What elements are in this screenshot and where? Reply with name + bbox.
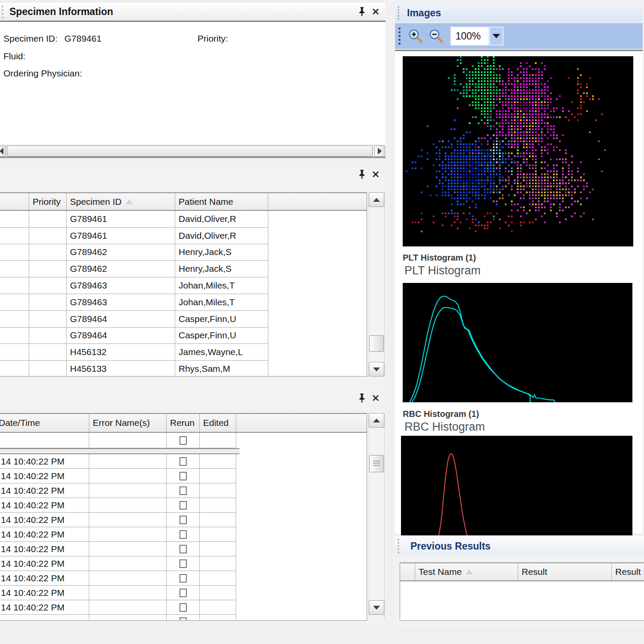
column-header-filler — [236, 414, 367, 432]
table-row[interactable]: 14 10:40:22 PM — [0, 454, 367, 469]
zoom-dropdown-button[interactable] — [489, 27, 504, 46]
scroll-down-button[interactable] — [369, 362, 384, 377]
column-header-priority[interactable]: Priority — [29, 193, 67, 210]
table-row[interactable] — [0, 433, 367, 448]
column-header-selector[interactable] — [400, 563, 415, 580]
table-row[interactable]: G789463Johan,Miles,T — [0, 294, 367, 311]
patient-name-cell: Johan,Miles,T — [175, 294, 268, 311]
rerun-checkbox[interactable] — [179, 472, 187, 480]
rerun-checkbox[interactable] — [179, 617, 187, 620]
specimen-id-cell: G789461 — [67, 228, 175, 244]
table-row[interactable]: G789464Casper,Finn,U — [0, 311, 367, 328]
worklist-grid-header: Priority Specimen ID Patient Name — [0, 193, 367, 211]
table-row[interactable]: H456132James,Wayne,L — [0, 344, 367, 361]
close-icon[interactable] — [370, 392, 381, 404]
rerun-checkbox[interactable] — [179, 574, 187, 583]
zoom-out-icon[interactable] — [429, 29, 444, 43]
table-row[interactable]: G789462Henry,Jack,S — [0, 244, 367, 261]
table-row[interactable]: 14 10:40:22 PM — [0, 600, 367, 615]
rerun-checkbox[interactable] — [179, 589, 187, 597]
datetime-header-label: Date/Time — [0, 418, 40, 428]
zoom-level-input[interactable]: 100% — [450, 27, 489, 46]
specimen-info-hscrollbar[interactable] — [0, 145, 386, 157]
column-header-result-date[interactable]: Result D — [612, 563, 644, 580]
specimen-id-cell: H456133 — [67, 361, 175, 377]
worklist-grid: Priority Specimen ID Patient Name G78946… — [0, 192, 367, 377]
table-row[interactable]: G789461David,Oliver,R — [0, 211, 367, 228]
scroll-down-button[interactable] — [369, 600, 384, 615]
rerun-checkbox[interactable] — [179, 457, 187, 466]
rerun-checkbox[interactable] — [179, 545, 187, 553]
previous-results-titlebar: Previous Results — [395, 536, 644, 556]
table-row[interactable]: 14 10:40:22 PM — [0, 498, 367, 513]
up-arrow-icon — [373, 419, 380, 422]
table-row[interactable]: G789461David,Oliver,R — [0, 228, 367, 244]
run-history-grid-header: Date/Time Error Name(s) Rerun Edited — [0, 414, 367, 433]
rerun-checkbox[interactable] — [179, 559, 187, 568]
patient-name-cell: David,Oliver,R — [175, 228, 268, 244]
rerun-header-label: Rerun — [170, 418, 194, 428]
worklist-vscrollbar[interactable] — [368, 192, 385, 377]
wbc-scatter — [403, 56, 633, 246]
column-header-datetime[interactable]: Date/Time — [0, 414, 89, 432]
close-icon[interactable] — [370, 169, 381, 180]
images-titlebar: Images — [395, 3, 643, 22]
table-row[interactable]: 14 10:40:22 PM — [0, 483, 367, 498]
result-date-header-label: Result D — [615, 567, 644, 577]
rerun-checkbox[interactable] — [179, 530, 187, 539]
specimen-id-cell: G789461 — [67, 211, 175, 228]
thumb-grip-icon — [373, 461, 380, 467]
rerun-checkbox[interactable] — [179, 516, 187, 524]
rerun-checkbox[interactable] — [179, 436, 187, 445]
hscroll-thumb[interactable] — [7, 146, 373, 157]
pin-icon[interactable] — [356, 169, 368, 180]
column-header-test-name[interactable]: Test Name — [415, 563, 518, 580]
specimen-id-label: Specimen ID: — [3, 33, 58, 44]
vscroll-thumb[interactable] — [369, 455, 384, 472]
rerun-checkbox[interactable] — [179, 603, 187, 612]
pin-icon[interactable] — [356, 6, 368, 17]
datetime-cell: 14 10:40:22 PM — [0, 498, 89, 513]
table-row[interactable]: G789464Casper,Finn,U — [0, 328, 367, 344]
table-row[interactable]: 14 10:40:22 PM — [0, 527, 367, 542]
specimen-info-panel: Specimen Information Specimen ID: G78946… — [0, 2, 386, 158]
close-icon[interactable] — [370, 6, 381, 17]
sort-ascending-icon — [126, 199, 133, 204]
scroll-right-button[interactable] — [374, 146, 385, 157]
column-header-empty[interactable] — [0, 193, 29, 210]
run-history-vscrollbar[interactable] — [368, 413, 385, 621]
datetime-cell: 14 10:40:22 PM — [0, 542, 89, 556]
table-row[interactable]: 14 10:40:22 PM — [0, 571, 367, 586]
scroll-up-button[interactable] — [369, 413, 384, 428]
table-row[interactable]: 14 10:40:22 PM — [0, 469, 367, 483]
rerun-checkbox[interactable] — [179, 486, 187, 495]
table-row[interactable]: H456133Rhys,Sam,M — [0, 361, 367, 377]
zoom-in-icon[interactable] — [408, 29, 423, 43]
scroll-up-button[interactable] — [369, 192, 384, 207]
column-header-specimen-id[interactable]: Specimen ID — [67, 193, 175, 210]
table-row[interactable]: 14 10:40:22 PM — [0, 586, 367, 600]
table-row[interactable]: G789463Johan,Miles,T — [0, 277, 367, 294]
column-header-result[interactable]: Result — [518, 563, 612, 580]
column-header-rerun[interactable]: Rerun — [167, 414, 200, 432]
column-header-errors[interactable]: Error Name(s) — [89, 414, 167, 432]
right-arrow-icon — [378, 148, 382, 155]
table-row[interactable]: 14 10:40:22 PM — [0, 542, 367, 556]
table-row[interactable]: 14 10:40:22 PM — [0, 513, 367, 527]
panel-grip-icon — [398, 539, 399, 553]
fluid-label: Fluid: — [3, 51, 25, 61]
previous-results-title: Previous Results — [410, 541, 491, 552]
pin-icon[interactable] — [356, 392, 368, 404]
table-row-partial[interactable] — [0, 615, 367, 620]
panel-grip-icon — [398, 6, 399, 20]
result-header-label: Result — [522, 567, 547, 577]
table-row[interactable]: G789462Henry,Jack,S — [0, 261, 367, 277]
specimen-id-cell: G789463 — [67, 294, 175, 311]
rerun-checkbox[interactable] — [179, 501, 187, 510]
scroll-left-button[interactable] — [0, 146, 6, 157]
table-row[interactable]: 14 10:40:22 PM — [0, 556, 367, 571]
column-header-edited[interactable]: Edited — [200, 414, 236, 432]
vscroll-thumb[interactable] — [369, 335, 384, 352]
column-header-patient-name[interactable]: Patient Name — [175, 193, 268, 210]
previous-results-panel: Previous Results Test Name Result Result… — [395, 536, 644, 628]
